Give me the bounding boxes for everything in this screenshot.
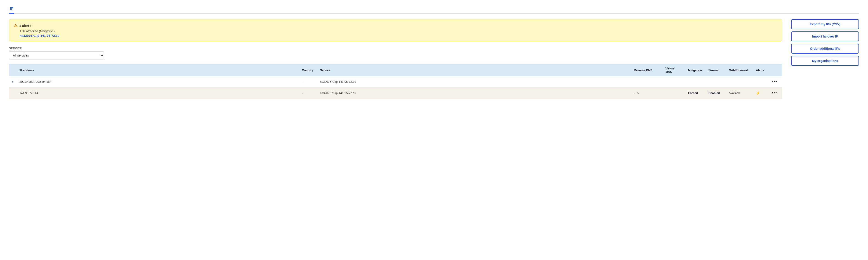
main-content: ⚠ 1 alert : 1 IP attacked (Mitigation) n… <box>9 19 859 99</box>
row1-country: - <box>299 76 317 87</box>
col-header-firewall: Firewall <box>705 64 725 76</box>
col-header-actions <box>769 64 782 76</box>
row1-game-firewall <box>725 76 753 87</box>
tab-ip[interactable]: IP <box>9 4 14 14</box>
col-header-rdns: Reverse DNS <box>631 64 662 76</box>
row2-firewall: Enabled <box>705 87 725 99</box>
order-additional-ips-button[interactable]: Order additional IPs <box>791 44 859 54</box>
warning-icon: ⚠ <box>14 23 18 28</box>
row2-actions: ••• <box>769 87 782 99</box>
service-select[interactable]: All services <box>9 51 104 59</box>
row1-expand[interactable]: › <box>9 76 16 87</box>
table-header-row: IP address Country Service Reverse DNS V… <box>9 64 782 76</box>
row2-game-firewall: Available <box>725 87 753 99</box>
col-header-alerts: Alerts <box>753 64 769 76</box>
row1-firewall <box>705 76 725 87</box>
row1-vmac <box>662 76 685 87</box>
row1-actions: ••• <box>769 76 782 87</box>
row2-ip: 141.95.72.164 <box>16 87 299 99</box>
alert-title: 1 alert : <box>19 24 31 28</box>
row2-expand <box>9 87 16 99</box>
row2-mitigation: Forced <box>685 87 705 99</box>
col-header-vmac: Virtual MAC <box>662 64 685 76</box>
row1-rdns <box>631 76 662 87</box>
alert-header: ⚠ 1 alert : <box>14 23 777 28</box>
ip-table: IP address Country Service Reverse DNS V… <box>9 64 782 99</box>
row2-rdns: - ✎ <box>631 87 662 99</box>
table-row: 141.95.72.164 - ns3207671.ip-141-95-72.e… <box>9 87 782 99</box>
export-csv-button[interactable]: Export my IPs (CSV) <box>791 19 859 29</box>
row1-ip: 2001:41d0:700:5fa4::/64 <box>16 76 299 87</box>
col-header-expand <box>9 64 16 76</box>
service-label: Service <box>9 47 782 50</box>
alert-link[interactable]: ns3207671.ip-141-95-72.eu <box>20 34 59 37</box>
row1-alerts <box>753 76 769 87</box>
alert-detail: 1 IP attacked (Mitigation) <box>20 29 777 33</box>
col-header-mitigation: Mitigation <box>685 64 705 76</box>
col-header-game-firewall: GAME firewall <box>725 64 753 76</box>
col-header-service: Service <box>317 64 631 76</box>
col-header-country: Country <box>299 64 317 76</box>
left-panel: ⚠ 1 alert : 1 IP attacked (Mitigation) n… <box>9 19 782 99</box>
tab-bar: IP <box>9 4 859 14</box>
row2-vmac <box>662 87 685 99</box>
row2-alerts: ⚡ <box>753 87 769 99</box>
row2-country: - <box>299 87 317 99</box>
row2-actions-menu[interactable]: ••• <box>772 91 777 95</box>
my-organisations-button[interactable]: My organisations <box>791 56 859 66</box>
col-header-ip: IP address <box>16 64 299 76</box>
alert-box: ⚠ 1 alert : 1 IP attacked (Mitigation) n… <box>9 19 782 41</box>
service-section: Service All services <box>9 47 782 59</box>
row1-actions-menu[interactable]: ••• <box>772 79 777 84</box>
import-failover-button[interactable]: Import failover IP <box>791 31 859 41</box>
expand-icon[interactable]: › <box>12 80 13 83</box>
row2-rdns-value: - <box>634 91 635 95</box>
lightning-icon: ⚡ <box>756 91 761 95</box>
row2-service: ns3207671.ip-141-95-72.eu <box>317 87 631 99</box>
table-row: › 2001:41d0:700:5fa4::/64 - ns3207671.ip… <box>9 76 782 87</box>
page-container: IP ⚠ 1 alert : 1 IP attacked (Mitigation… <box>0 0 868 103</box>
edit-rdns-icon[interactable]: ✎ <box>637 91 639 95</box>
row1-mitigation <box>685 76 705 87</box>
firewall-value: Enabled <box>708 91 720 95</box>
row1-service: ns3207671.ip-141-95-72.eu <box>317 76 631 87</box>
mitigation-value: Forced <box>688 91 698 95</box>
right-panel: Export my IPs (CSV) Import failover IP O… <box>791 19 859 66</box>
